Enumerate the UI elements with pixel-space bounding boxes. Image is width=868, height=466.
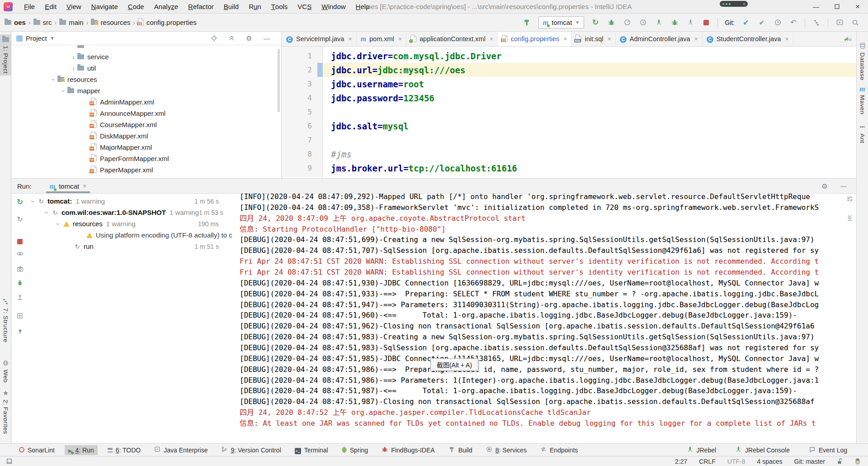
toolwindow-button-endpoints[interactable]: Endpoints [537,445,581,455]
breadcrumb-main[interactable]: main [59,19,84,26]
rerun-icon[interactable]: ↻ [15,197,24,206]
editor-line-5[interactable]: 5 [282,105,856,119]
toolwindow-button-todo[interactable]: 6: TODO [104,445,145,455]
editor-line-9[interactable]: 9jms.broker.url=tcp://localhost:61616 [282,161,856,175]
close-icon[interactable]: × [348,35,352,43]
stripe-button-ant[interactable]: Ant [857,122,868,145]
breadcrumb-config-properties[interactable]: config.properties [138,18,197,27]
settings-icon[interactable]: ⚙ [820,181,829,190]
menu-build[interactable]: Build [219,0,244,13]
toolwindow-button-terminal[interactable]: >_Terminal [291,445,332,456]
editor-line-6[interactable]: 6jdbc.salt=mysql [282,119,856,133]
build-tree-row[interactable]: ↻run1 m 51 s [27,241,240,252]
menu-analyze[interactable]: Analyze [149,0,183,13]
close-icon[interactable]: × [563,35,567,43]
run-with-coverage-icon[interactable] [638,18,647,27]
tab-config-properties[interactable]: config.properties× [498,32,571,46]
jrebel-profile-icon[interactable] [686,18,695,27]
tab-pom-xml[interactable]: mpom.xml× [357,32,406,46]
chevron-collapsed-icon[interactable]: › [70,65,77,72]
stripe-button-maven[interactable]: mMaven [857,84,868,116]
chevron-expanded-icon[interactable]: › [29,197,37,205]
toolwindow-button-build[interactable]: Build [445,445,476,456]
close-icon[interactable]: × [490,35,493,43]
debug-icon[interactable] [607,18,616,27]
tree-row-resources[interactable]: ›resources [12,74,281,85]
tree-row-paperformmapper-xml[interactable]: <>PaperFormMapper.xml [12,153,281,164]
menu-help[interactable]: Help [351,0,375,13]
breadcrumb-src[interactable]: src [33,19,52,26]
close-icon[interactable]: × [608,35,611,43]
tree-row-util[interactable]: ›util [12,62,281,74]
build-tree-row[interactable]: ›resources1 warning190 ms [27,218,240,229]
menu-code[interactable]: Code [123,0,149,13]
toolwindow-button-findbugs-idea[interactable]: FindBugs-IDEA [378,445,438,455]
run-tab-tomcat[interactable]: mtomcat× [44,179,92,193]
menu-edit[interactable]: Edit [40,0,61,13]
layout-icon[interactable] [15,311,24,320]
window-maximize-button[interactable] [826,0,847,13]
tree-row-announcemapper-xml[interactable]: <>AnnounceMapper.xml [12,108,281,119]
scrollend-icon[interactable] [846,214,853,223]
menu-navigate[interactable]: Navigate [86,0,123,13]
chevron-down-icon[interactable]: ▼ [50,36,55,41]
search-everywhere-icon[interactable] [851,18,860,27]
hide-icon[interactable]: — [839,181,848,190]
project-structure-icon[interactable] [812,18,821,27]
menu-refactor[interactable]: Refactor [183,0,219,13]
tree-row-adminmapper-xml[interactable]: <>AdminMapper.xml [12,96,281,108]
locate-icon[interactable] [209,34,218,43]
editor-line-8[interactable]: 8#jms [282,147,856,161]
build-tree-row[interactable]: ›↻com.wil:oes:war:1.0-SNAPSHOT1 warning1… [27,207,240,218]
menu-file[interactable]: File [19,0,40,13]
menu-window[interactable]: Window [316,0,350,13]
tab-admincontroller-java[interactable]: CAdminController.java× [616,32,703,46]
hide-icon[interactable]: — [262,34,271,43]
toolwindow-button-version-control[interactable]: 9: Version Control [217,445,284,455]
project-panel-title[interactable]: Project [26,34,47,42]
close-icon[interactable]: × [785,35,788,43]
git-update-icon[interactable]: ↙ [741,18,750,27]
status-git-master[interactable]: Git: master [794,458,825,465]
menu-run[interactable]: Run [244,0,266,13]
menu-tools[interactable]: Tools [266,0,293,13]
toolwindow-button-java-enterprise[interactable]: Java Enterprise [151,445,211,455]
window-close-button[interactable]: × [847,0,868,13]
build-tree-row[interactable]: ›↻tomcat:1 warning1 m 56 s [27,195,240,207]
run-console[interactable]: [INFO](2020-04-24 08:47:09,292)-Mapped U… [240,194,841,443]
menu-view[interactable]: View [61,0,86,13]
profiler-icon[interactable] [623,18,632,27]
stripe-button-database[interactable]: Database [857,41,868,82]
softwrap-icon[interactable] [846,195,853,204]
screenshot-icon[interactable] [15,264,24,273]
breadcrumb-resources[interactable]: resources [91,19,130,26]
git-rollback-icon[interactable]: ↶ [789,18,798,27]
tab-applicationcontext-xml[interactable]: applicationContext.xml× [406,32,498,46]
jrebel-run-icon[interactable] [654,18,663,27]
chevron-expanded-icon[interactable]: › [50,76,57,83]
hector-icon[interactable] [854,458,861,465]
tree-row-majormapper-xml[interactable]: <>MajorMapper.xml [12,142,281,153]
expand-icon[interactable] [15,292,24,301]
debug-bug-icon[interactable] [15,278,24,287]
breadcrumb-oes[interactable]: oes [5,19,26,26]
chevron-expanded-icon[interactable]: › [60,87,67,95]
toolwindow-button-event-log[interactable]: Event Log [805,445,851,456]
editor-line-3[interactable]: 3jdbc.username=root [282,77,856,91]
toolwindow-button-jrebel[interactable]: JRebel [683,445,720,456]
stripe-button-7-structure[interactable]: 7: Structure [0,296,11,344]
chevron-collapsed-icon[interactable]: › [70,53,77,61]
jrebel-debug-icon[interactable] [670,18,679,27]
tree-row-service[interactable]: ›service [12,51,281,62]
toolwindow-toggle-icon[interactable] [5,457,14,466]
build-hammer-icon[interactable] [523,18,532,27]
stripe-button-web[interactable]: Web [0,358,11,385]
run-configuration-select[interactable]: mtomcat▼ [538,16,584,29]
tree-row-diskmapper-xml[interactable]: <>DiskMapper.xml [12,130,281,142]
git-history-icon[interactable] [773,18,782,27]
window-minimize-button[interactable]: — [806,0,826,13]
tree-row-mapper[interactable]: ›mapper [12,85,281,96]
build-tree-row[interactable]: Using platform encoding (UTF-8 actually)… [27,229,240,241]
stripe-button-1-project[interactable]: 1: Project [0,34,11,76]
stripe-button-2-favorites[interactable]: 2: Favorites [0,388,11,436]
